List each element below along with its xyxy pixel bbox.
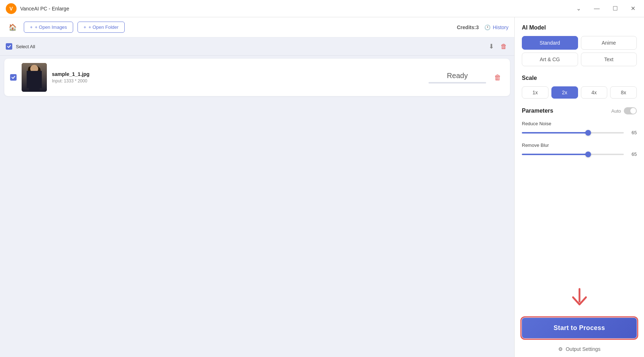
- open-images-button[interactable]: + + Open Images: [24, 22, 73, 33]
- auto-toggle-row: Auto: [611, 107, 637, 114]
- select-all-bar: Select All ⬇ 🗑: [0, 37, 514, 56]
- file-checkbox[interactable]: [10, 74, 17, 81]
- trash-icon: 🗑: [501, 43, 507, 50]
- svg-point-7: [37, 67, 41, 76]
- history-icon: 🕐: [484, 24, 490, 30]
- download-all-button[interactable]: ⬇: [487, 41, 496, 52]
- folder-plus-icon: +: [84, 24, 86, 30]
- left-panel: 🏠 + + Open Images + + Open Folder Credit…: [0, 17, 514, 357]
- svg-point-5: [29, 65, 39, 72]
- output-settings-label: Output Settings: [566, 346, 601, 352]
- toolbar: 🏠 + + Open Images + + Open Folder Credit…: [0, 17, 514, 37]
- open-folder-label: + Open Folder: [88, 24, 118, 30]
- maximize-btn[interactable]: ☐: [610, 4, 621, 13]
- model-text-button[interactable]: Text: [581, 53, 637, 66]
- reduce-noise-slider-row: 65: [522, 130, 637, 135]
- scale-title: Scale: [522, 75, 637, 81]
- thumbnail-svg: [22, 63, 47, 92]
- file-meta: Input: 1333 * 2000: [52, 78, 423, 83]
- status-text: Ready: [428, 72, 486, 80]
- file-info: sample_1_1.jpg Input: 1333 * 2000: [52, 71, 423, 83]
- start-to-process-button[interactable]: Start to Process: [522, 318, 637, 338]
- remove-blur-fill: [522, 154, 588, 155]
- svg-text:V: V: [9, 6, 13, 12]
- credits-label: Credits:: [457, 24, 476, 30]
- download-icon: ⬇: [489, 43, 494, 50]
- main-layout: 🏠 + + Open Images + + Open Folder Credit…: [0, 17, 644, 357]
- process-btn-wrapper: Start to Process: [522, 318, 637, 338]
- app-title: VanceAI PC - Enlarge: [20, 6, 69, 12]
- svg-rect-9: [33, 74, 36, 77]
- model-artcg-button[interactable]: Art & CG: [522, 53, 578, 66]
- delete-all-button[interactable]: 🗑: [499, 41, 508, 52]
- home-icon: 🏠: [9, 24, 17, 31]
- remove-blur-thumb[interactable]: [585, 152, 591, 157]
- file-delete-button[interactable]: 🗑: [491, 72, 504, 83]
- reduce-noise-track[interactable]: [522, 132, 624, 134]
- model-anime-button[interactable]: Anime: [581, 36, 637, 50]
- delete-icon: 🗑: [494, 73, 501, 81]
- model-grid: Standard Anime Art & CG Text: [522, 36, 637, 66]
- file-list-area: Select All ⬇ 🗑: [0, 37, 514, 357]
- title-bar-controls: ⌄ — ☐ ✕: [573, 4, 638, 13]
- select-all-checkbox[interactable]: [6, 43, 12, 50]
- ai-model-title: AI Model: [522, 24, 637, 31]
- file-item: sample_1_1.jpg Input: 1333 * 2000 Ready …: [4, 59, 510, 96]
- file-thumbnail: [22, 63, 47, 92]
- reduce-noise-value: 65: [628, 130, 637, 135]
- credits-value: 3: [476, 24, 479, 30]
- scale-4x-button[interactable]: 4x: [581, 86, 608, 99]
- output-settings-row[interactable]: ⚙ Output Settings: [522, 341, 637, 357]
- file-checkmark-icon: [11, 75, 15, 80]
- file-name: sample_1_1.jpg: [52, 71, 423, 77]
- remove-blur-section: Remove Blur 65: [522, 143, 637, 157]
- reduce-noise-section: Reduce Noise 65: [522, 121, 637, 135]
- reduce-noise-thumb[interactable]: [585, 130, 591, 136]
- remove-blur-slider-row: 65: [522, 152, 637, 157]
- svg-point-6: [28, 67, 31, 77]
- title-bar: V VanceAI PC - Enlarge ⌄ — ☐ ✕: [0, 0, 644, 17]
- history-button[interactable]: 🕐 History: [484, 24, 508, 30]
- open-images-label: + Open Images: [35, 24, 67, 30]
- scale-2x-button[interactable]: 2x: [551, 86, 578, 99]
- app-logo: V: [6, 3, 17, 14]
- arrow-indicator: [522, 287, 637, 312]
- reduce-noise-label: Reduce Noise: [522, 121, 637, 126]
- remove-blur-track[interactable]: [522, 154, 624, 155]
- title-bar-left: V VanceAI PC - Enlarge: [6, 3, 69, 14]
- svg-rect-8: [29, 75, 40, 92]
- scale-8x-button[interactable]: 8x: [610, 86, 637, 99]
- reduce-noise-fill: [522, 132, 588, 134]
- minimize-btn[interactable]: —: [591, 4, 603, 13]
- gear-icon: ⚙: [558, 346, 563, 352]
- scale-row: 1x 2x 4x 8x: [522, 86, 637, 99]
- right-panel: AI Model Standard Anime Art & CG Text Sc…: [514, 17, 644, 357]
- home-button[interactable]: 🏠: [6, 22, 19, 33]
- minimize-icon: —: [594, 5, 600, 12]
- scale-1x-button[interactable]: 1x: [522, 86, 548, 99]
- bar-actions: ⬇ 🗑: [487, 41, 508, 52]
- close-btn[interactable]: ✕: [628, 4, 638, 13]
- close-icon: ✕: [631, 5, 635, 12]
- open-folder-button[interactable]: + + Open Folder: [77, 22, 125, 33]
- remove-blur-value: 65: [628, 152, 637, 157]
- auto-toggle-switch[interactable]: [624, 107, 637, 114]
- model-standard-button[interactable]: Standard: [522, 36, 578, 50]
- plus-icon: +: [30, 24, 33, 30]
- remove-blur-label: Remove Blur: [522, 143, 637, 148]
- status-progress-bar: [428, 82, 486, 83]
- dropdown-btn[interactable]: ⌄: [573, 4, 584, 13]
- svg-rect-3: [22, 63, 47, 92]
- toolbar-right: Credits:3 🕐 History: [457, 24, 508, 30]
- svg-point-4: [30, 65, 39, 75]
- dropdown-icon: ⌄: [576, 5, 581, 12]
- maximize-icon: ☐: [613, 5, 618, 12]
- arrow-down-svg: [569, 287, 590, 309]
- parameters-title: Parameters: [522, 108, 553, 114]
- history-label: History: [493, 24, 508, 30]
- checkmark-icon: [7, 44, 11, 49]
- file-status: Ready: [428, 72, 486, 83]
- credits-display: Credits:3: [457, 24, 479, 30]
- auto-label: Auto: [611, 108, 621, 114]
- select-all-label: Select All: [16, 44, 35, 49]
